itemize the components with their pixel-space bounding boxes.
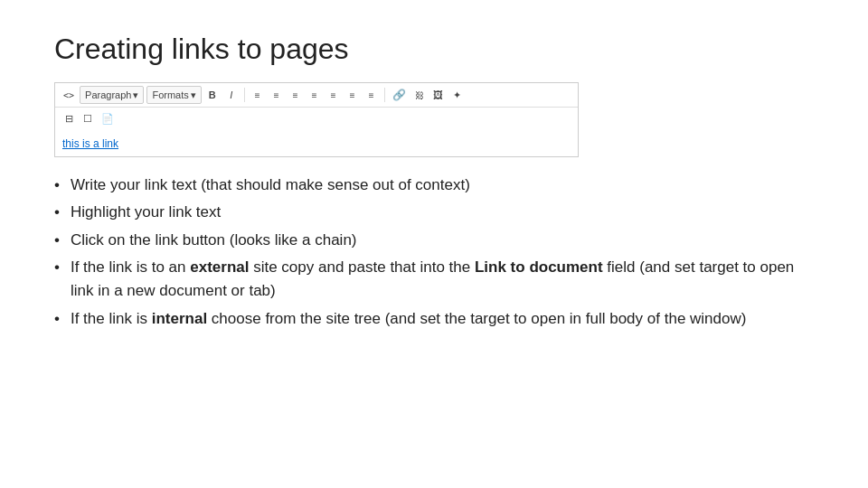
paragraph-label: Paragraph — [85, 89, 131, 100]
bullet-list: Write your link text (that should make s… — [54, 174, 814, 331]
list-item: Click on the link button (looks like a c… — [54, 229, 814, 252]
list-item: Highlight your link text — [54, 201, 814, 224]
bold-btn[interactable]: B — [204, 87, 221, 103]
toolbar-row1: <> Paragraph ▾ Formats ▾ B I ≡ ≡ ≡ ≡ ≡ ≡… — [55, 83, 578, 108]
list-item: Write your link text (that should make s… — [54, 174, 814, 197]
formats-arrow: ▾ — [191, 89, 196, 101]
link-btn[interactable]: 🔗 — [390, 87, 409, 103]
formats-label: Formats — [152, 89, 188, 100]
code-view-btn[interactable]: <> — [61, 87, 77, 103]
italic-btn[interactable]: I — [223, 87, 240, 103]
list-item: If the link is to an external site copy … — [54, 256, 814, 304]
page-title: Creating links to pages — [54, 33, 814, 66]
table-btn[interactable]: ⊟ — [61, 110, 77, 127]
editor-mockup: <> Paragraph ▾ Formats ▾ B I ≡ ≡ ≡ ≡ ≡ ≡… — [54, 82, 579, 157]
separator — [244, 88, 245, 102]
formats-dropdown[interactable]: Formats ▾ — [146, 86, 201, 104]
paragraph-arrow: ▾ — [133, 89, 138, 101]
list-item-text: Write your link text (that should make s… — [71, 174, 814, 197]
paragraph-dropdown[interactable]: Paragraph ▾ — [80, 86, 144, 104]
outdent-btn[interactable]: ≡ — [363, 87, 380, 103]
list-item: If the link is internal choose from the … — [54, 307, 814, 331]
align-center-btn[interactable]: ≡ — [269, 87, 285, 103]
align-left-btn[interactable]: ≡ — [250, 87, 266, 103]
list-item-text: If the link is internal choose from the … — [71, 307, 814, 331]
editor-content[interactable]: this is a link — [55, 129, 578, 156]
list-item-text: Click on the link button (looks like a c… — [71, 229, 814, 252]
special-btn[interactable]: ✦ — [449, 87, 466, 103]
list-btn[interactable]: ≡ — [307, 87, 323, 103]
separator2 — [384, 88, 385, 102]
list-item-text: If the link is to an external site copy … — [71, 256, 814, 304]
list2-btn[interactable]: ≡ — [326, 87, 342, 103]
indent-btn[interactable]: ≡ — [344, 87, 361, 103]
image-btn[interactable]: 🖼 — [430, 87, 447, 103]
link-text: this is a link — [62, 137, 118, 150]
list-item-text: Highlight your link text — [71, 201, 814, 224]
unlink-btn[interactable]: ⛓ — [411, 87, 428, 103]
align-right-btn[interactable]: ≡ — [288, 87, 304, 103]
doc-btn[interactable]: 📄 — [99, 110, 117, 127]
toolbar-row2: ⊟ ☐ 📄 — [55, 108, 578, 129]
checkbox-btn[interactable]: ☐ — [80, 110, 96, 127]
